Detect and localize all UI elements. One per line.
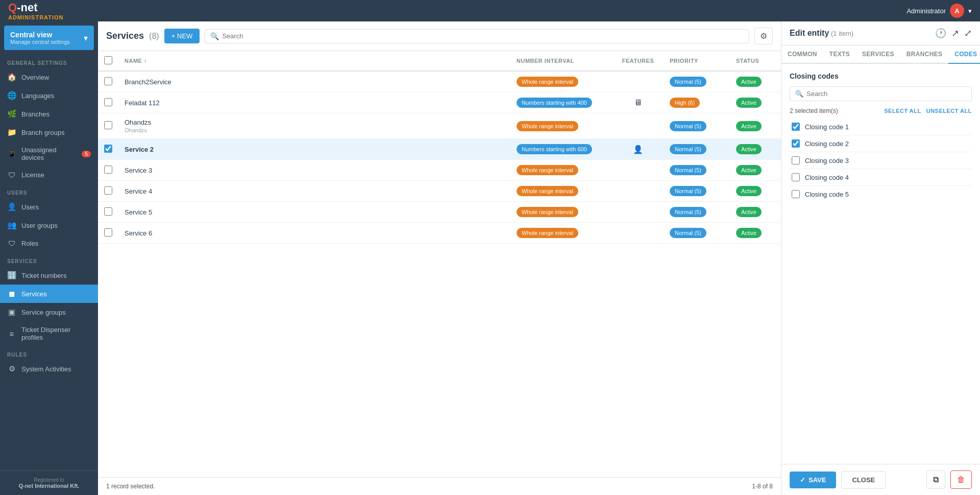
codes-search-input[interactable] <box>806 90 966 98</box>
select-all-link[interactable]: SELECT ALL <box>884 108 921 114</box>
central-view-button[interactable]: Central view Manage central settings ▾ <box>4 26 94 50</box>
sidebar-item-label: Roles <box>21 240 38 247</box>
interval-badge: Whole range interval <box>517 165 578 175</box>
user-menu[interactable]: Administrator A ▾ <box>906 4 972 18</box>
sidebar-item-users[interactable]: 👤 Users <box>0 198 98 216</box>
sidebar-item-services[interactable]: ◼ Services <box>0 285 98 303</box>
filter-button[interactable]: ⚙ <box>754 28 773 44</box>
sidebar-item-unassigned-devices[interactable]: 📱 Unassigned devices 5 <box>0 142 98 166</box>
branches-icon: 🌿 <box>7 109 16 119</box>
tab-branches[interactable]: BRANCHES <box>900 45 948 64</box>
logo-text: Q-net <box>8 1 37 14</box>
new-button[interactable]: + NEW <box>164 29 200 43</box>
sidebar-item-languages[interactable]: 🌐 Languages <box>0 86 98 105</box>
status-badge: Active <box>736 207 762 217</box>
avatar: A <box>950 4 964 18</box>
row-name: Service 3 <box>125 167 504 174</box>
services-icon: ◼ <box>7 289 16 298</box>
sidebar-item-license[interactable]: 🛡 License <box>0 166 98 184</box>
sidebar-item-user-groups[interactable]: 👥 User groups <box>0 216 98 234</box>
share-icon[interactable]: ↗ <box>951 28 959 39</box>
table-row[interactable]: Branch2Service Whole range interval Norm… <box>98 71 781 92</box>
expand-icon[interactable]: ⤢ <box>964 28 972 39</box>
closing-code-checkbox[interactable] <box>792 156 800 164</box>
sidebar-item-label: License <box>21 171 44 179</box>
closing-code-checkbox[interactable] <box>792 123 800 131</box>
table-row[interactable]: Service 4 Whole range interval Normal (5… <box>98 181 781 202</box>
edit-panel-header: Edit entity (1 item) 🕐 ↗ ⤢ <box>781 21 980 45</box>
row-checkbox[interactable] <box>104 228 112 237</box>
edit-title: Edit entity <box>790 29 829 37</box>
col-status-header: STATUS <box>730 51 781 71</box>
tab-texts[interactable]: TEXTS <box>823 45 856 64</box>
sidebar-item-ticket-dispenser[interactable]: ≡ Ticket Dispenser profiles <box>0 321 98 346</box>
service-groups-icon: ▣ <box>7 308 16 317</box>
sidebar-item-ticket-numbers[interactable]: 🔢 Ticket numbers <box>0 266 98 285</box>
home-icon: 🏠 <box>7 73 16 82</box>
unselect-all-link[interactable]: UNSELECT ALL <box>926 108 972 114</box>
users-icon: 👤 <box>7 202 16 211</box>
closing-code-checkbox[interactable] <box>792 190 800 198</box>
services-header: Services (8) + NEW 🔍 ⚙ <box>98 21 781 51</box>
status-badge: Active <box>736 165 762 175</box>
row-checkbox[interactable] <box>104 145 112 153</box>
history-icon[interactable]: 🕐 <box>935 28 946 39</box>
row-checkbox[interactable] <box>104 207 112 216</box>
sidebar-item-service-groups[interactable]: ▣ Service groups <box>0 303 98 321</box>
sidebar-item-label: Overview <box>21 74 49 81</box>
row-sub: Ohandzs <box>125 127 504 133</box>
save-button[interactable]: ✓ SAVE <box>790 472 836 488</box>
languages-icon: 🌐 <box>7 91 16 100</box>
closing-code-checkbox[interactable] <box>792 173 800 181</box>
closing-code-label: Closing code 2 <box>805 140 849 148</box>
sidebar-item-system-activities[interactable]: ⚙ System Activities <box>0 360 98 378</box>
priority-badge: Normal (5) <box>670 144 706 154</box>
table-row[interactable]: Ohandzs Ohandzs Whole range interval Nor… <box>98 113 781 139</box>
row-name: Service 5 <box>125 208 504 216</box>
row-checkbox[interactable] <box>104 121 112 129</box>
tab-services[interactable]: SERVICES <box>856 45 900 64</box>
select-all-checkbox[interactable] <box>104 56 112 64</box>
registered-label: Registered to <box>7 477 91 483</box>
sort-arrow-icon: ↑ <box>144 58 147 64</box>
edit-footer: ✓ SAVE CLOSE ⧉ 🗑 <box>781 464 980 495</box>
row-checkbox[interactable] <box>104 166 112 174</box>
closing-code-checkbox[interactable] <box>792 139 800 148</box>
sidebar-item-branches[interactable]: 🌿 Branches <box>0 105 98 123</box>
search-box: 🔍 <box>205 29 749 43</box>
sidebar-item-label: Services <box>21 290 47 298</box>
priority-badge: Normal (5) <box>670 121 706 131</box>
table-row[interactable]: Feladat 112 Numbers starting with 400 🖥 … <box>98 92 781 113</box>
row-checkbox[interactable] <box>104 98 112 106</box>
priority-badge: Normal (5) <box>670 77 706 87</box>
table-row[interactable]: Service 5 Whole range interval Normal (5… <box>98 202 781 223</box>
sidebar-item-label: Languages <box>21 92 54 100</box>
table-row[interactable]: Service 3 Whole range interval Normal (5… <box>98 160 781 181</box>
table-row[interactable]: Service 2 Numbers starting with 600 👤 No… <box>98 139 781 160</box>
search-input[interactable] <box>222 32 744 40</box>
sidebar-item-label: Branch groups <box>21 129 65 136</box>
ticket-dispenser-icon: ≡ <box>7 329 16 338</box>
tab-common[interactable]: COMMON <box>781 45 823 64</box>
tab-codes[interactable]: CODES <box>948 45 980 64</box>
sidebar: Central view Manage central settings ▾ G… <box>0 21 98 495</box>
system-activities-icon: ⚙ <box>7 364 16 373</box>
priority-badge: High (6) <box>670 98 700 108</box>
table-row[interactable]: Service 6 Whole range interval Normal (5… <box>98 223 781 244</box>
delete-button[interactable]: 🗑 <box>950 470 972 489</box>
close-button[interactable]: CLOSE <box>841 471 886 489</box>
col-name-header: NAME <box>125 58 142 64</box>
copy-button[interactable]: ⧉ <box>926 470 945 489</box>
feature-person-icon: 👤 <box>633 145 643 154</box>
services-table-container: NAME ↑ NUMBER INTERVAL FEATURES PRIORITY… <box>98 51 781 477</box>
sidebar-item-branch-groups[interactable]: 📁 Branch groups <box>0 123 98 142</box>
user-groups-icon: 👥 <box>7 221 16 230</box>
closing-codes-list: Closing code 1 Closing code 2 Closing co… <box>790 119 972 202</box>
sidebar-item-roles[interactable]: 🛡 Roles <box>0 234 98 252</box>
branch-groups-icon: 📁 <box>7 128 16 137</box>
row-checkbox[interactable] <box>104 186 112 195</box>
row-name: Service 4 <box>125 187 504 195</box>
priority-badge: Normal (5) <box>670 207 706 217</box>
row-checkbox[interactable] <box>104 77 112 85</box>
sidebar-item-overview[interactable]: 🏠 Overview <box>0 68 98 86</box>
